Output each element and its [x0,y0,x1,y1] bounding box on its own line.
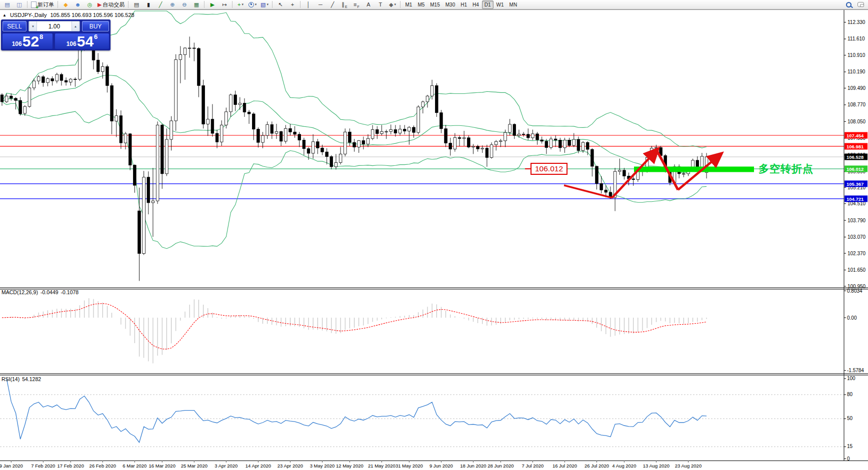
buy-button[interactable]: BUY [82,21,109,31]
new-order-label: 新订单 [38,1,54,8]
chat-button[interactable] [855,0,866,9]
indicators-dropdown-icon[interactable]: ▾ [242,2,244,6]
signals-button[interactable]: ◎ [84,0,96,9]
toolbar-separator [400,1,400,8]
svg-text:6 Mar 2020: 6 Mar 2020 [122,463,146,469]
zoom-out-icon: ⊖ [182,2,186,7]
timeframe-m30-button[interactable]: M30 [443,0,458,9]
svg-text:107.454: 107.454 [846,133,864,138]
tile-windows-button[interactable]: ▦ [190,0,202,9]
chart-bars-icon: ▤ [134,2,139,7]
new-order-button[interactable]: 新订单 [30,0,56,9]
timeframe-w1-button[interactable]: W1 [494,0,506,9]
text-label-button[interactable]: T [374,0,386,9]
periods-button[interactable]: ▾ [246,0,258,9]
chart-symbol-period: USDJPY-,Daily [10,12,47,18]
chart-bars-button[interactable]: ▤ [130,0,142,9]
buy-price-big: 54 [77,35,94,48]
price-axis[interactable]: 112.330111.610110.910110.190109.490108.7… [844,19,868,461]
crosshair-icon: + [291,2,294,7]
experts-button[interactable]: ☻ [72,0,84,9]
chart-line-icon: ╱ [159,2,162,7]
search-button[interactable] [843,0,854,9]
shapes-dropdown-icon[interactable]: ▾ [394,2,396,6]
horizontal-line-icon: ─ [318,2,322,7]
fibonacci-sub-label: F [358,5,360,8]
volume-increase-button[interactable]: ▲ [72,21,80,31]
auto-trading-label: 自动交易 [102,1,124,8]
cursor-button[interactable]: ↖ [274,0,286,9]
auto-scroll-button[interactable]: ▶ [206,0,218,9]
svg-text:9 Jan 2020: 9 Jan 2020 [0,463,23,469]
one-click-trading-panel: SELL ▼ 1.00 ▲ BUY 106 52 8 106 54 6 [1,19,110,50]
svg-text:0: 0 [847,456,850,462]
zoom-out-button[interactable]: ⊖ [178,0,190,9]
volume-input[interactable]: 1.00 [37,21,72,31]
metaeditor-button[interactable]: ◆ [60,0,72,9]
periods-dropdown-icon[interactable]: ▾ [255,2,257,6]
templates-button[interactable]: ▧▾ [258,0,270,9]
sell-price-display[interactable]: 106 52 8 [2,33,52,49]
indicators-button[interactable]: +▾ [234,0,246,9]
timeframe-m15-button[interactable]: M15 [428,0,442,9]
text-button[interactable]: A [362,0,374,9]
vertical-line-button[interactable]: │ [302,0,314,9]
volume-stepper: ▼ 1.00 ▲ [28,21,80,31]
chart-canvas[interactable]: 112.330111.610110.910110.190109.490108.7… [0,0,868,470]
svg-text:106.528: 106.528 [846,154,864,160]
svg-text:112.330: 112.330 [848,19,866,25]
svg-text:31 May 2020: 31 May 2020 [396,463,423,469]
svg-text:109.490: 109.490 [848,85,866,91]
buy-price-sup: 6 [94,33,98,40]
turning-point-label[interactable]: 多空转折点 [758,162,814,176]
buy-price-display[interactable]: 106 54 6 [55,33,109,49]
svg-text:110.910: 110.910 [848,52,866,58]
toolbar-separator [272,1,272,8]
sell-price-big: 52 [22,35,39,48]
svg-text:110.190: 110.190 [848,69,866,74]
market-watch-button[interactable]: ▤ [2,0,13,9]
experts-icon: ☻ [75,2,81,7]
svg-text:101.650: 101.650 [848,267,866,273]
rsi-panel [0,379,844,447]
svg-text:23 Aug 2020: 23 Aug 2020 [675,463,702,469]
one-click-toggle-icon[interactable]: ▲ [2,13,6,17]
timeframe-d1-button[interactable]: D1 [482,0,494,9]
crosshair-button[interactable]: + [286,0,298,9]
price-callout-box[interactable]: 106.012 [530,163,568,175]
trendline-button[interactable]: ╱ [326,0,338,9]
toolbar-separator [204,1,204,8]
equidistant-channel-button[interactable]: ∥E [338,0,350,9]
auto-scroll-icon: ▶ [210,2,214,7]
toolbar-separator [27,1,28,8]
svg-text:108.050: 108.050 [848,119,866,124]
zoom-in-icon: ⊕ [170,2,174,7]
zoom-in-button[interactable]: ⊕ [166,0,178,9]
macd-indicator-label: MACD(12,26,9) -0.0449 -0.1078 [2,289,78,295]
horizontal-line-button[interactable]: ─ [314,0,326,9]
navigator-button[interactable]: ◫ [14,0,25,9]
auto-trading-button[interactable]: ▶自动交易 [96,0,126,9]
svg-text:16 Mar 2020: 16 Mar 2020 [149,463,176,469]
time-axis[interactable]: 9 Jan 20207 Feb 202017 Feb 202026 Feb 20… [0,461,702,469]
chart-candles-button[interactable]: ▮ [142,0,154,9]
sell-button[interactable]: SELL [2,21,26,31]
svg-text:100: 100 [847,376,856,381]
templates-dropdown-icon[interactable]: ▾ [266,2,268,6]
svg-text:15: 15 [847,444,853,449]
rsi-name: RSI(14) [2,376,20,382]
svg-text:26 Feb 2020: 26 Feb 2020 [90,463,116,469]
timeframe-h1-button[interactable]: H1 [458,0,470,9]
timeframe-h4-button[interactable]: H4 [470,0,482,9]
timeframe-m5-button[interactable]: M5 [415,0,427,9]
shapes-button[interactable]: ◆▾ [386,0,398,9]
svg-text:4 Aug 2020: 4 Aug 2020 [612,463,636,469]
fibonacci-button[interactable]: ≡F [350,0,362,9]
rsi-value: 54.1282 [22,376,41,382]
chart-shift-button[interactable]: ↦ [218,0,230,9]
timeframe-m1-button[interactable]: M1 [402,0,414,9]
panel-borders [0,9,868,461]
volume-decrease-button[interactable]: ▼ [29,21,37,31]
timeframe-mn-button[interactable]: MN [507,0,520,9]
chart-line-button[interactable]: ╱ [154,0,166,9]
